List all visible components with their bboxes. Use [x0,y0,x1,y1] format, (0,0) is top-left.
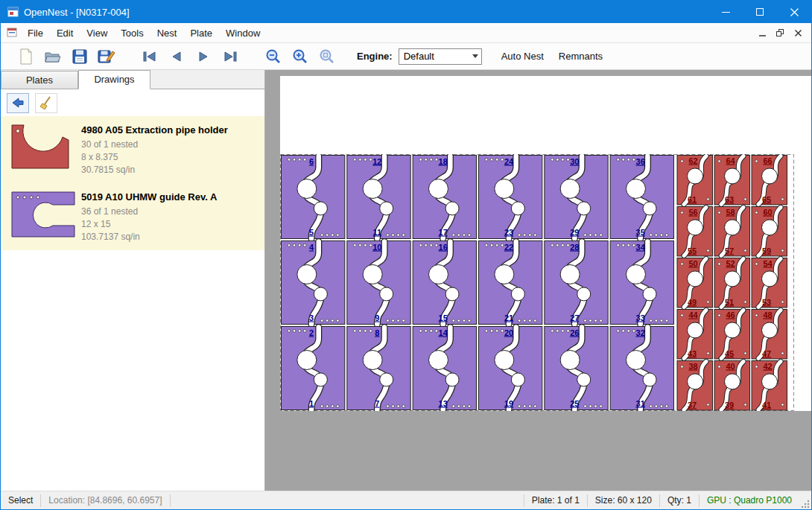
zoom-in-button[interactable] [287,45,314,68]
previous-plate-button[interactable] [163,45,190,68]
part-number: 5 [309,228,314,237]
first-plate-button[interactable] [136,45,163,68]
resize-grip[interactable] [799,491,811,510]
red-part-pair[interactable]: 4241 [752,361,787,411]
purple-part-pair[interactable]: 1413 [413,327,476,410]
purple-part-pair[interactable]: 2019 [478,327,542,410]
red-part-pair[interactable]: 3837 [677,361,713,411]
purple-part-pair[interactable]: 43 [282,241,345,325]
red-part-pair[interactable]: 6463 [714,156,750,205]
red-part-pair[interactable]: 6665 [752,156,787,205]
zoom-in-icon [292,48,308,65]
drawing-size: 8 x 8.375 [81,151,258,164]
save-as-button[interactable] [93,45,120,68]
purple-part-pair[interactable]: 87 [347,327,410,410]
part-number: 12 [372,157,381,166]
red-part-pair[interactable]: 4645 [714,310,750,360]
last-plate-button[interactable] [217,45,244,68]
menu-edit[interactable]: Edit [50,24,80,42]
part-number: 23 [504,228,513,237]
part-number: 22 [504,243,513,252]
part-number: 62 [688,156,697,165]
red-part-pair[interactable]: 5251 [714,258,750,308]
close-button[interactable] [777,1,811,23]
next-plate-button[interactable] [190,45,217,68]
remnants-button[interactable]: Remnants [554,48,607,65]
red-part-pair[interactable]: 6261 [677,156,713,205]
purple-part-pair[interactable]: 21 [282,327,345,410]
mdi-restore-button[interactable] [771,25,789,40]
auto-nest-button[interactable]: Auto Nest [497,48,548,65]
clear-button[interactable] [35,93,57,113]
purple-part-pair[interactable]: 3433 [610,241,673,325]
open-button[interactable] [39,45,66,68]
child-window-icon[interactable] [7,28,18,38]
send-back-button[interactable] [7,93,29,113]
red-part-pair[interactable]: 5857 [714,207,750,257]
drawing-list: 4980 A05 Extraction pipe holder 30 of 1 … [1,116,264,250]
part-number: 33 [636,313,645,322]
menu-nest[interactable]: Nest [150,24,184,42]
mdi-close-button[interactable] [789,25,807,40]
plate[interactable]: 6512111817242330293635431091615222128273… [280,154,794,411]
purple-part-pair[interactable]: 3635 [610,156,673,239]
purple-part-pair[interactable]: 2221 [478,241,542,325]
drawing-item-2[interactable]: 5019 A10 UHMW guide Rev. A 36 of 1 neste… [1,183,264,250]
part-number: 9 [375,313,379,322]
menu-view[interactable]: View [80,24,114,42]
status-location: Location: [84.8696, 60.6957] [41,494,169,507]
purple-part-pair[interactable]: 109 [347,241,410,325]
purple-part-pair[interactable]: 3231 [610,327,673,410]
part-number: 51 [725,298,734,307]
part-number: 2 [309,328,314,337]
purple-part-pair[interactable]: 3029 [545,156,608,239]
tab-drawings[interactable]: Drawings [78,70,150,89]
zoom-extents-icon [319,48,335,65]
save-button[interactable] [66,45,93,68]
part-number: 42 [763,362,772,371]
red-part-pair[interactable]: 4847 [752,310,787,360]
purple-part-pair[interactable]: 2625 [545,327,608,410]
new-button[interactable] [13,45,39,68]
tab-plates[interactable]: Plates [1,71,78,89]
drawing-item-1[interactable]: 4980 A05 Extraction pipe holder 30 of 1 … [1,116,264,183]
purple-part-pair[interactable]: 1817 [413,156,476,239]
engine-select[interactable]: Default [399,48,482,65]
purple-part-pair[interactable]: 65 [282,156,345,239]
save-icon [72,48,88,65]
red-part-pair[interactable]: 4443 [677,310,713,360]
part-number: 41 [762,401,771,409]
part-number: 63 [725,195,734,204]
nest-canvas[interactable]: 6512111817242330293635431091615222128273… [265,70,812,492]
menu-window[interactable]: Window [219,24,267,42]
red-part-pair[interactable]: 5453 [752,258,787,308]
zoom-extents-button[interactable] [314,45,340,68]
sidebar: Plates Drawings 4980 A05 Extraction [1,70,265,492]
menu-tools[interactable]: Tools [114,24,150,42]
menu-plate[interactable]: Plate [183,24,219,42]
grip-icon [801,500,810,509]
status-plate: Plate: 1 of 1 [524,494,587,507]
last-icon [222,51,238,63]
part-number: 43 [688,349,697,358]
maximize-button[interactable] [743,1,777,23]
part-number: 11 [373,228,382,237]
zoom-out-button[interactable] [260,45,287,68]
part-number: 27 [570,313,579,322]
part-number: 37 [688,401,697,409]
purple-part-pair[interactable]: 2423 [478,156,542,239]
mdi-minimize-button[interactable] [753,25,771,40]
red-part-pair[interactable]: 5049 [677,258,713,308]
part-number: 13 [439,399,448,408]
purple-part-pair[interactable]: 2827 [545,241,608,325]
red-part-pair[interactable]: 6059 [752,207,787,257]
menu-file[interactable]: File [21,24,50,42]
minimize-button[interactable] [708,1,743,23]
purple-part-pair[interactable]: 1211 [347,156,410,239]
app-window: OpenNest - [N0317-004] File Edit View To… [0,0,812,510]
part-number: 65 [762,195,771,204]
red-part-pair[interactable]: 5655 [677,207,713,257]
part-number: 31 [636,399,645,408]
red-part-pair[interactable]: 4039 [714,361,750,411]
purple-part-pair[interactable]: 1615 [413,241,476,325]
